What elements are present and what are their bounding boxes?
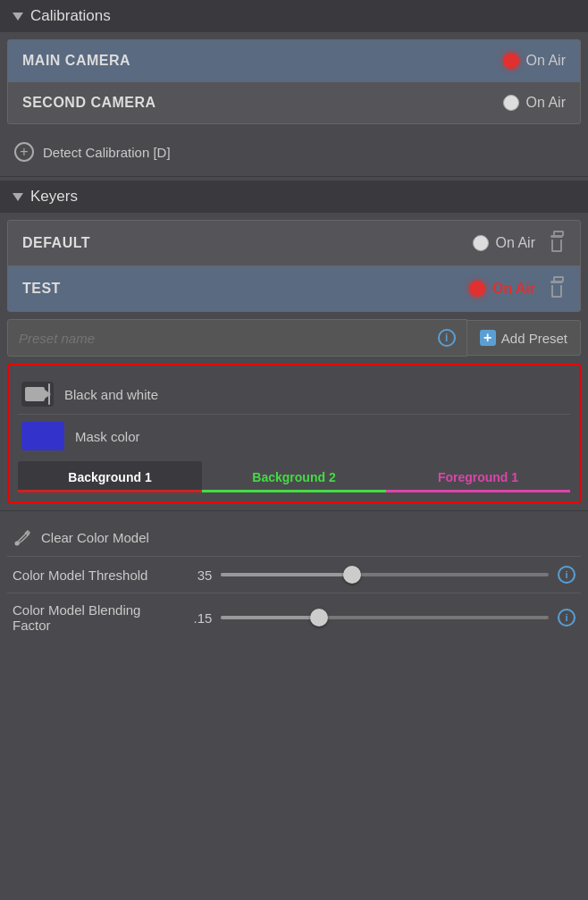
- preset-input-wrap: i: [7, 319, 467, 357]
- tab-foreground1[interactable]: Foreground 1: [386, 461, 570, 492]
- ccm-header: Clear Color Model: [7, 518, 581, 556]
- camera-sym-icon: [25, 387, 45, 401]
- threshold-label: Color Model Threshold: [13, 568, 176, 583]
- on-air-test: On Air: [469, 281, 535, 297]
- option-row-mask: Mask color: [18, 414, 570, 458]
- dot-default: [473, 235, 489, 251]
- trash-body-test-icon: [551, 285, 562, 298]
- target-icon: [14, 142, 34, 162]
- blending-label: Color Model Blending Factor: [13, 602, 176, 633]
- on-air-label-main: On Air: [526, 53, 566, 69]
- trash-default[interactable]: [548, 233, 566, 253]
- tab-background2[interactable]: Background 2: [202, 461, 386, 492]
- on-air-indicator-second: On Air: [503, 95, 566, 111]
- keyer-right-default: On Air: [473, 233, 566, 253]
- svg-point-0: [15, 542, 20, 546]
- section-divider-2: [0, 510, 588, 511]
- ccm-section: Clear Color Model Color Model Threshold …: [7, 518, 581, 642]
- calibrations-arrow-icon[interactable]: [13, 13, 23, 21]
- camera-name-main: MAIN CAMERA: [22, 53, 130, 69]
- keyer-row-test[interactable]: TEST On Air: [8, 266, 580, 311]
- blending-info-icon[interactable]: i: [558, 609, 575, 627]
- dot-main: [503, 53, 519, 69]
- on-air-label-second: On Air: [526, 95, 566, 111]
- toggle-bw-icon[interactable]: [21, 382, 54, 407]
- keyers-title: Keyers: [30, 188, 78, 206]
- calibrations-section: Calibrations MAIN CAMERA On Air SECOND C…: [0, 0, 588, 172]
- camera-row-second[interactable]: SECOND CAMERA On Air: [8, 82, 580, 123]
- on-air-default: On Air: [473, 235, 535, 251]
- add-preset-label: Add Preset: [501, 331, 567, 346]
- preset-options-box: Black and white Mask color Background 1 …: [7, 364, 581, 503]
- ccm-label: Clear Color Model: [41, 530, 149, 545]
- blending-thumb[interactable]: [310, 609, 328, 627]
- preset-info-icon[interactable]: i: [438, 329, 456, 347]
- bw-label: Black and white: [64, 387, 158, 402]
- camera-list: MAIN CAMERA On Air SECOND CAMERA On Air: [7, 39, 581, 124]
- preset-row: i + Add Preset: [7, 319, 581, 357]
- threshold-row: Color Model Threshold 35 i: [7, 556, 581, 593]
- dot-test: [469, 281, 485, 297]
- tab-background1[interactable]: Background 1: [18, 461, 202, 492]
- keyer-right-test: On Air: [469, 279, 566, 299]
- keyer-row-default[interactable]: DEFAULT On Air: [8, 221, 580, 266]
- dot-second: [503, 95, 519, 111]
- mask-label: Mask color: [75, 429, 140, 444]
- threshold-fill: [221, 573, 352, 576]
- calibrations-header: Calibrations: [0, 0, 588, 32]
- trash-top-icon: [550, 235, 563, 238]
- blending-track: [221, 616, 549, 619]
- on-air-indicator-main: On Air: [503, 53, 566, 69]
- keyer-list: DEFAULT On Air TEST On Air: [7, 220, 581, 312]
- keyers-arrow-icon[interactable]: [13, 193, 23, 201]
- preset-name-input[interactable]: [19, 331, 431, 346]
- tab-bar: Background 1 Background 2 Foreground 1: [18, 461, 570, 492]
- detect-calibration-row[interactable]: Detect Calibration [D]: [0, 131, 588, 172]
- blending-value: .15: [185, 610, 212, 626]
- add-preset-button[interactable]: + Add Preset: [467, 320, 581, 356]
- blending-row: Color Model Blending Factor .15 i: [7, 593, 581, 642]
- threshold-info-icon[interactable]: i: [558, 566, 575, 584]
- keyer-name-test: TEST: [22, 281, 61, 297]
- trash-top-test-icon: [550, 281, 563, 283]
- keyers-header: Keyers: [0, 181, 588, 213]
- threshold-value: 35: [185, 568, 212, 583]
- trash-body-icon: [551, 240, 562, 252]
- plus-icon: +: [480, 330, 496, 346]
- blending-fill: [221, 616, 319, 619]
- mask-color-swatch[interactable]: [21, 422, 64, 450]
- detect-calibration-label: Detect Calibration [D]: [43, 145, 171, 160]
- section-divider-1: [0, 176, 588, 177]
- blending-slider-wrap: [221, 616, 549, 619]
- brush-icon: [13, 527, 32, 547]
- camera-row-main[interactable]: MAIN CAMERA On Air: [8, 40, 580, 82]
- threshold-track: [221, 573, 549, 576]
- on-air-label-test: On Air: [492, 281, 535, 297]
- camera-name-second: SECOND CAMERA: [22, 95, 156, 111]
- calibrations-title: Calibrations: [30, 7, 111, 25]
- keyer-name-default: DEFAULT: [22, 235, 90, 251]
- keyers-section: Keyers DEFAULT On Air TEST: [0, 181, 588, 503]
- trash-test[interactable]: [548, 279, 566, 299]
- threshold-slider-wrap: [221, 573, 549, 576]
- on-air-label-default: On Air: [496, 235, 535, 251]
- option-row-bw: Black and white: [18, 374, 570, 414]
- threshold-thumb[interactable]: [343, 566, 361, 584]
